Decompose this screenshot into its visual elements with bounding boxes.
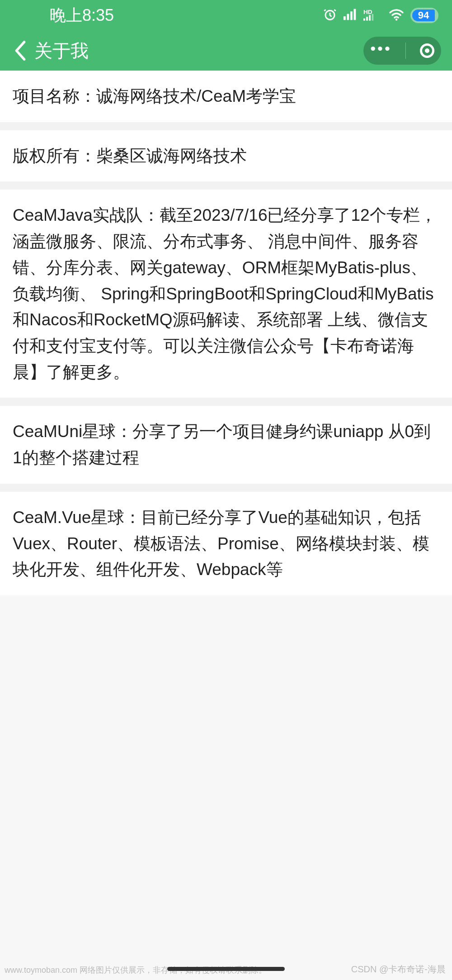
info-card: 版权所有：柴桑区诚海网络技术: [0, 130, 452, 182]
battery-indicator: 94: [410, 8, 438, 23]
svg-rect-3: [350, 11, 353, 20]
svg-rect-7: [366, 17, 368, 21]
menu-button[interactable]: •••: [370, 41, 392, 61]
svg-point-10: [396, 19, 397, 20]
page-title: 关于我: [34, 38, 89, 63]
watermark-author: CSDN @卡布奇诺-海晨: [351, 963, 446, 975]
status-icons: HD 94: [323, 7, 438, 24]
nav-bar: 关于我 •••: [0, 31, 452, 71]
svg-rect-8: [369, 15, 371, 20]
svg-rect-6: [363, 19, 365, 21]
hd-signal-icon: HD: [363, 8, 382, 23]
copyright-text: 版权所有：柴桑区诚海网络技术: [13, 143, 439, 169]
close-button[interactable]: [420, 43, 434, 58]
info-card: 项目名称：诚海网络技术/CeaM考学宝: [0, 71, 452, 122]
info-card: CeaMUni星球：分享了另一个项目健身约课uniapp 从0到1的整个搭建过程: [0, 406, 452, 483]
back-button[interactable]: [14, 40, 26, 61]
svg-rect-2: [347, 14, 349, 20]
home-indicator[interactable]: [167, 967, 285, 971]
svg-rect-9: [372, 14, 374, 21]
svg-text:HD: HD: [363, 9, 372, 15]
ceam-java-text: CeaMJava实战队：截至2023/7/16已经分享了12个专栏，涵盖微服务、…: [13, 202, 439, 385]
project-name-text: 项目名称：诚海网络技术/CeaM考学宝: [13, 83, 439, 109]
info-card: CeaM.Vue星球：目前已经分享了Vue的基础知识，包括Vuex、Router…: [0, 492, 452, 595]
alarm-icon: [323, 7, 337, 24]
capsule-divider: [405, 43, 406, 59]
info-card: CeaMJava实战队：截至2023/7/16已经分享了12个专栏，涵盖微服务、…: [0, 190, 452, 398]
svg-rect-4: [354, 9, 356, 20]
wifi-icon: [389, 8, 404, 23]
status-time: 晚上8:35: [50, 5, 114, 27]
battery-percent: 94: [412, 10, 435, 21]
content-area: 项目名称：诚海网络技术/CeaM考学宝 版权所有：柴桑区诚海网络技术 CeaMJ…: [0, 71, 452, 595]
ceam-vue-text: CeaM.Vue星球：目前已经分享了Vue的基础知识，包括Vuex、Router…: [13, 504, 439, 583]
status-bar: 晚上8:35 HD 94: [0, 0, 452, 31]
miniprogram-capsule: •••: [363, 37, 441, 65]
svg-rect-1: [344, 16, 346, 20]
ceam-uni-text: CeaMUni星球：分享了另一个项目健身约课uniapp 从0到1的整个搭建过程: [13, 419, 439, 471]
signal-icon: [344, 9, 357, 22]
